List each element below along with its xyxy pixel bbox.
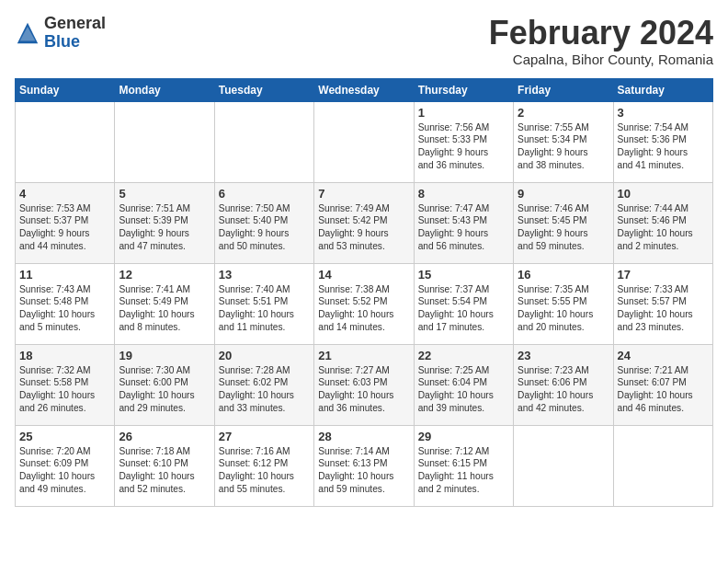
calendar-cell: 8Sunrise: 7:47 AM Sunset: 5:43 PM Daylig… xyxy=(414,182,513,263)
calendar-cell xyxy=(214,101,313,182)
weekday-header: Wednesday xyxy=(314,78,414,101)
day-content: Sunrise: 7:40 AM Sunset: 5:51 PM Dayligh… xyxy=(219,283,310,334)
calendar-cell: 9Sunrise: 7:46 AM Sunset: 5:45 PM Daylig… xyxy=(514,182,613,263)
calendar-cell: 13Sunrise: 7:40 AM Sunset: 5:51 PM Dayli… xyxy=(214,263,313,344)
day-content: Sunrise: 7:53 AM Sunset: 5:37 PM Dayligh… xyxy=(19,202,110,253)
weekday-header: Thursday xyxy=(414,78,513,101)
weekday-header: Saturday xyxy=(613,78,712,101)
day-number: 14 xyxy=(318,268,409,282)
day-number: 10 xyxy=(618,187,709,201)
day-content: Sunrise: 7:49 AM Sunset: 5:42 PM Dayligh… xyxy=(318,202,409,253)
day-content: Sunrise: 7:18 AM Sunset: 6:10 PM Dayligh… xyxy=(119,445,210,496)
title-block: February 2024 Capalna, Bihor County, Rom… xyxy=(489,15,713,67)
logo-icon xyxy=(15,20,40,46)
calendar-cell: 4Sunrise: 7:53 AM Sunset: 5:37 PM Daylig… xyxy=(16,182,115,263)
day-number: 22 xyxy=(418,349,509,362)
day-number: 20 xyxy=(219,349,310,362)
day-content: Sunrise: 7:51 AM Sunset: 5:39 PM Dayligh… xyxy=(119,202,210,253)
day-number: 28 xyxy=(318,430,409,443)
day-number: 24 xyxy=(618,349,709,362)
calendar-cell: 6Sunrise: 7:50 AM Sunset: 5:40 PM Daylig… xyxy=(214,182,313,263)
weekday-header: Monday xyxy=(115,78,214,101)
calendar-cell: 24Sunrise: 7:21 AM Sunset: 6:07 PM Dayli… xyxy=(613,344,712,425)
day-number: 21 xyxy=(318,349,409,362)
day-number: 4 xyxy=(19,187,110,201)
day-number: 12 xyxy=(119,268,210,282)
day-content: Sunrise: 7:56 AM Sunset: 5:33 PM Dayligh… xyxy=(418,121,509,172)
day-content: Sunrise: 7:16 AM Sunset: 6:12 PM Dayligh… xyxy=(219,445,310,496)
calendar-cell: 16Sunrise: 7:35 AM Sunset: 5:55 PM Dayli… xyxy=(514,263,613,344)
day-content: Sunrise: 7:46 AM Sunset: 5:45 PM Dayligh… xyxy=(518,202,609,253)
calendar-cell: 20Sunrise: 7:28 AM Sunset: 6:02 PM Dayli… xyxy=(214,344,313,425)
day-content: Sunrise: 7:27 AM Sunset: 6:03 PM Dayligh… xyxy=(318,364,409,415)
calendar-week-row: 11Sunrise: 7:43 AM Sunset: 5:48 PM Dayli… xyxy=(16,263,713,344)
calendar-cell: 23Sunrise: 7:23 AM Sunset: 6:06 PM Dayli… xyxy=(514,344,613,425)
day-number: 1 xyxy=(418,106,509,120)
logo: General Blue xyxy=(15,15,106,52)
calendar-week-row: 1Sunrise: 7:56 AM Sunset: 5:33 PM Daylig… xyxy=(16,101,713,182)
calendar-table: SundayMondayTuesdayWednesdayThursdayFrid… xyxy=(15,78,713,507)
day-number: 5 xyxy=(119,187,210,201)
day-content: Sunrise: 7:33 AM Sunset: 5:57 PM Dayligh… xyxy=(618,283,709,334)
logo-blue-text: Blue xyxy=(44,32,80,51)
calendar-cell: 27Sunrise: 7:16 AM Sunset: 6:12 PM Dayli… xyxy=(214,425,313,506)
day-number: 29 xyxy=(418,430,509,443)
day-content: Sunrise: 7:28 AM Sunset: 6:02 PM Dayligh… xyxy=(219,364,310,415)
calendar-cell: 15Sunrise: 7:37 AM Sunset: 5:54 PM Dayli… xyxy=(414,263,513,344)
calendar-cell xyxy=(115,101,214,182)
day-number: 26 xyxy=(119,430,210,443)
calendar-cell: 7Sunrise: 7:49 AM Sunset: 5:42 PM Daylig… xyxy=(314,182,414,263)
day-content: Sunrise: 7:25 AM Sunset: 6:04 PM Dayligh… xyxy=(418,364,509,415)
day-content: Sunrise: 7:20 AM Sunset: 6:09 PM Dayligh… xyxy=(19,445,110,496)
day-number: 27 xyxy=(219,430,310,443)
day-number: 17 xyxy=(618,268,709,282)
day-number: 6 xyxy=(219,187,310,201)
calendar-week-row: 25Sunrise: 7:20 AM Sunset: 6:09 PM Dayli… xyxy=(16,425,713,506)
calendar-cell: 18Sunrise: 7:32 AM Sunset: 5:58 PM Dayli… xyxy=(16,344,115,425)
day-number: 25 xyxy=(19,430,110,443)
day-content: Sunrise: 7:44 AM Sunset: 5:46 PM Dayligh… xyxy=(618,202,709,253)
day-content: Sunrise: 7:41 AM Sunset: 5:49 PM Dayligh… xyxy=(119,283,210,334)
day-number: 23 xyxy=(518,349,609,362)
calendar-cell: 19Sunrise: 7:30 AM Sunset: 6:00 PM Dayli… xyxy=(115,344,214,425)
day-number: 16 xyxy=(518,268,609,282)
calendar-cell: 3Sunrise: 7:54 AM Sunset: 5:36 PM Daylig… xyxy=(613,101,712,182)
weekday-header: Tuesday xyxy=(214,78,313,101)
day-content: Sunrise: 7:37 AM Sunset: 5:54 PM Dayligh… xyxy=(418,283,509,334)
day-content: Sunrise: 7:50 AM Sunset: 5:40 PM Dayligh… xyxy=(219,202,310,253)
calendar-cell xyxy=(16,101,115,182)
calendar-week-row: 4Sunrise: 7:53 AM Sunset: 5:37 PM Daylig… xyxy=(16,182,713,263)
day-number: 7 xyxy=(318,187,409,201)
calendar-cell: 21Sunrise: 7:27 AM Sunset: 6:03 PM Dayli… xyxy=(314,344,414,425)
day-content: Sunrise: 7:32 AM Sunset: 5:58 PM Dayligh… xyxy=(19,364,110,415)
page-header: General Blue February 2024 Capalna, Biho… xyxy=(15,15,713,67)
day-content: Sunrise: 7:43 AM Sunset: 5:48 PM Dayligh… xyxy=(19,283,110,334)
calendar-cell xyxy=(314,101,414,182)
day-content: Sunrise: 7:35 AM Sunset: 5:55 PM Dayligh… xyxy=(518,283,609,334)
day-number: 2 xyxy=(518,106,609,120)
calendar-cell xyxy=(613,425,712,506)
day-number: 15 xyxy=(418,268,509,282)
day-content: Sunrise: 7:14 AM Sunset: 6:13 PM Dayligh… xyxy=(318,445,409,496)
day-number: 13 xyxy=(219,268,310,282)
weekday-header: Sunday xyxy=(16,78,115,101)
day-number: 9 xyxy=(518,187,609,201)
day-content: Sunrise: 7:21 AM Sunset: 6:07 PM Dayligh… xyxy=(618,364,709,415)
calendar-week-row: 18Sunrise: 7:32 AM Sunset: 5:58 PM Dayli… xyxy=(16,344,713,425)
weekday-header-row: SundayMondayTuesdayWednesdayThursdayFrid… xyxy=(16,78,713,101)
day-content: Sunrise: 7:55 AM Sunset: 5:34 PM Dayligh… xyxy=(518,121,609,172)
day-number: 3 xyxy=(618,106,709,120)
day-number: 18 xyxy=(19,349,110,362)
calendar-cell: 5Sunrise: 7:51 AM Sunset: 5:39 PM Daylig… xyxy=(115,182,214,263)
day-content: Sunrise: 7:23 AM Sunset: 6:06 PM Dayligh… xyxy=(518,364,609,415)
calendar-cell: 10Sunrise: 7:44 AM Sunset: 5:46 PM Dayli… xyxy=(613,182,712,263)
calendar-cell: 28Sunrise: 7:14 AM Sunset: 6:13 PM Dayli… xyxy=(314,425,414,506)
day-content: Sunrise: 7:38 AM Sunset: 5:52 PM Dayligh… xyxy=(318,283,409,334)
day-content: Sunrise: 7:12 AM Sunset: 6:15 PM Dayligh… xyxy=(418,445,509,496)
day-content: Sunrise: 7:30 AM Sunset: 6:00 PM Dayligh… xyxy=(119,364,210,415)
calendar-cell: 29Sunrise: 7:12 AM Sunset: 6:15 PM Dayli… xyxy=(414,425,513,506)
calendar-cell: 25Sunrise: 7:20 AM Sunset: 6:09 PM Dayli… xyxy=(16,425,115,506)
calendar-cell: 26Sunrise: 7:18 AM Sunset: 6:10 PM Dayli… xyxy=(115,425,214,506)
calendar-cell: 11Sunrise: 7:43 AM Sunset: 5:48 PM Dayli… xyxy=(16,263,115,344)
month-title: February 2024 xyxy=(489,15,713,52)
